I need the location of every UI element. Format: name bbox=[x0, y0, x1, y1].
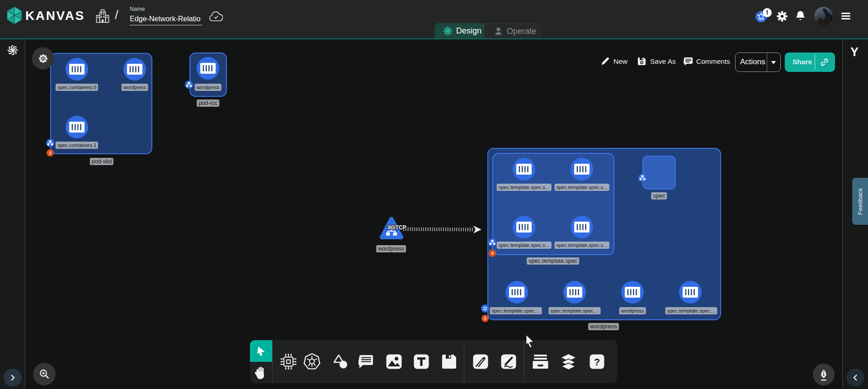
svg-text:?: ? bbox=[594, 356, 600, 368]
